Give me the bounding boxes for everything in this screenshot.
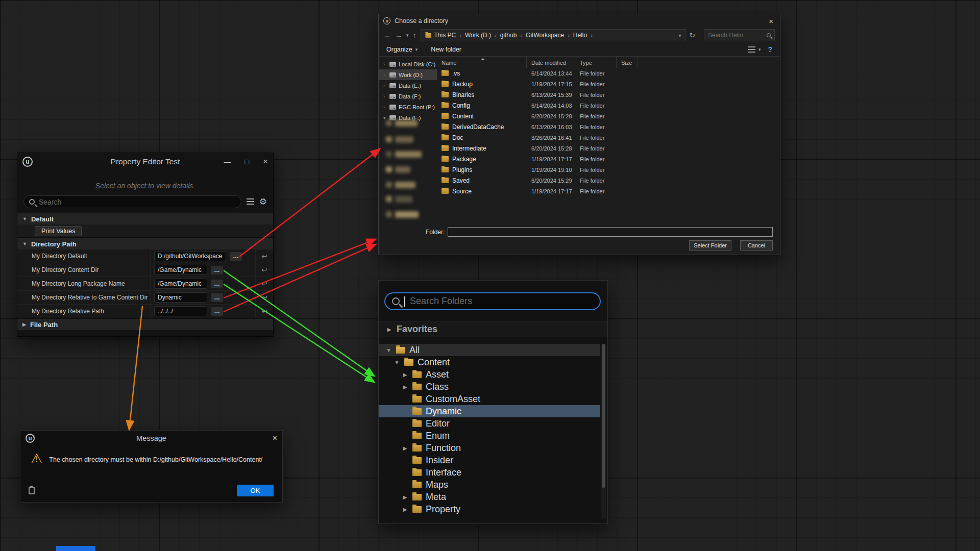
- chevron-right-icon[interactable]: ▶: [402, 384, 408, 390]
- refresh-icon[interactable]: ↻: [690, 31, 696, 39]
- maximize-button[interactable]: □: [245, 158, 249, 166]
- file-row[interactable]: Saved 6/20/2024 15:29 File folder: [437, 175, 779, 186]
- section-default[interactable]: ▼ Default: [17, 213, 273, 224]
- chevron-down-icon[interactable]: ▾: [383, 115, 387, 120]
- reset-to-default-icon[interactable]: ↩: [261, 294, 267, 301]
- tree-item-local-disk-c[interactable]: › Local Disk (C:): [379, 59, 437, 69]
- copy-to-clipboard-icon[interactable]: [29, 487, 35, 494]
- tree-item-function[interactable]: ▶ Function: [379, 442, 600, 454]
- change-view-button[interactable]: ▾: [748, 46, 761, 53]
- breadcrumb-dropdown-icon[interactable]: ▾: [679, 33, 681, 38]
- minimize-button[interactable]: —: [224, 158, 231, 166]
- tree-item-property[interactable]: ▶ Property: [379, 503, 600, 515]
- tree-item-egc-root-p[interactable]: › EGC Root (P:): [379, 102, 437, 112]
- tree-item-class[interactable]: ▶ Class: [379, 381, 600, 393]
- breadcrumb-github[interactable]: github: [498, 32, 519, 39]
- tree-item-insider[interactable]: Insider: [379, 454, 600, 466]
- folder-search-input[interactable]: [410, 296, 593, 307]
- long-package-name-input[interactable]: [154, 279, 207, 289]
- chevron-down-icon[interactable]: ▼: [385, 347, 392, 353]
- reset-to-default-icon[interactable]: ↩: [261, 266, 267, 273]
- tree-item-asset[interactable]: ▶ Asset: [379, 368, 600, 381]
- column-header-date-modified[interactable]: Date modified: [527, 57, 575, 68]
- display-options-icon[interactable]: [247, 198, 254, 205]
- tree-item-editor[interactable]: Editor: [379, 417, 600, 430]
- browse-button[interactable]: ...: [230, 252, 242, 261]
- directory-default-input[interactable]: [154, 251, 226, 261]
- column-header-type[interactable]: Type: [575, 57, 617, 68]
- section-file-path[interactable]: ▶ File Path: [17, 318, 273, 330]
- tree-item-interface[interactable]: Interface: [379, 466, 600, 479]
- folder-name-input[interactable]: [448, 227, 773, 237]
- ok-button[interactable]: OK: [237, 485, 274, 496]
- forward-icon[interactable]: →: [395, 32, 402, 39]
- breadcrumb-work-d[interactable]: Work (D:): [463, 32, 493, 39]
- chevron-right-icon[interactable]: ▶: [402, 494, 408, 500]
- select-folder-button[interactable]: Select Folder: [689, 240, 731, 251]
- message-titlebar[interactable]: u Message ×: [20, 431, 282, 446]
- tree-item-content[interactable]: ▼ Content: [379, 356, 600, 368]
- file-row[interactable]: Package 1/19/2024 17:17 File folder: [437, 154, 779, 164]
- browse-button[interactable]: ...: [211, 293, 223, 302]
- file-row[interactable]: Intermediate 6/20/2024 15:28 File folder: [437, 143, 779, 154]
- column-header-name[interactable]: Name: [437, 57, 527, 68]
- file-row[interactable]: Doc 3/26/2024 16:41 File folder: [437, 132, 779, 143]
- file-row[interactable]: Binaries 6/13/2024 15:39 File folder: [437, 89, 779, 100]
- chevron-right-icon[interactable]: ▶: [402, 445, 408, 451]
- new-folder-button[interactable]: New folder: [431, 46, 461, 53]
- back-icon[interactable]: ←: [384, 32, 391, 39]
- property-editor-titlebar[interactable]: u Property Editor Test — □ ×: [17, 153, 273, 170]
- file-row[interactable]: Source 1/19/2024 17:17 File folder: [437, 186, 779, 196]
- scrollbar[interactable]: [601, 344, 606, 519]
- column-header-size[interactable]: Size: [617, 57, 638, 68]
- breadcrumb-gitworkspace[interactable]: GitWorkspace: [524, 32, 566, 39]
- history-dropdown-icon[interactable]: ▾: [406, 33, 409, 38]
- tree-item-customasset[interactable]: CustomAsset: [379, 393, 600, 405]
- close-button[interactable]: ×: [767, 17, 775, 26]
- print-values-button[interactable]: Print Values: [35, 226, 82, 236]
- file-row[interactable]: DerivedDataCache 6/13/2024 16:03 File fo…: [437, 121, 779, 132]
- file-row[interactable]: Plugins 1/19/2024 19:10 File folder: [437, 164, 779, 175]
- relative-to-game-content-input[interactable]: [154, 292, 207, 303]
- content-dir-input[interactable]: [154, 265, 207, 275]
- chevron-right-icon[interactable]: ›: [383, 94, 387, 99]
- section-directory-path[interactable]: ▼ Directory Path: [17, 238, 273, 249]
- browse-button[interactable]: ...: [211, 307, 223, 316]
- favorites-header[interactable]: ▶ Favorites: [379, 321, 607, 337]
- chevron-right-icon[interactable]: ▶: [402, 507, 408, 512]
- reset-to-default-icon[interactable]: ↩: [261, 253, 267, 260]
- up-icon[interactable]: ↑: [413, 32, 416, 39]
- tree-item-data-f[interactable]: › Data (F:): [379, 91, 437, 102]
- chevron-down-icon[interactable]: ▼: [394, 360, 400, 365]
- reset-to-default-icon[interactable]: ↩: [261, 280, 267, 287]
- scrollbar-thumb[interactable]: [602, 344, 605, 488]
- tree-item-dynamic[interactable]: Dynamic: [379, 405, 600, 417]
- breadcrumb[interactable]: This PC › Work (D:) › github › GitWorksp…: [421, 29, 685, 41]
- reset-to-default-icon[interactable]: ↩: [261, 308, 267, 315]
- tree-item-enum[interactable]: Enum: [379, 430, 600, 442]
- gear-icon[interactable]: ⚙: [259, 197, 267, 206]
- tree-item-all[interactable]: ▼ All: [379, 344, 600, 356]
- search-input[interactable]: [39, 198, 236, 206]
- organize-button[interactable]: Organize ▾: [386, 46, 418, 53]
- chevron-right-icon[interactable]: ›: [383, 83, 387, 88]
- file-row[interactable]: .vs 6/14/2024 13:44 File folder: [437, 68, 779, 79]
- breadcrumb-hello[interactable]: Hello: [571, 32, 589, 39]
- help-icon[interactable]: ?: [768, 45, 772, 54]
- browse-button[interactable]: ...: [211, 266, 223, 274]
- file-row[interactable]: Backup 1/19/2024 17:15 File folder: [437, 79, 779, 89]
- relative-path-input[interactable]: [154, 306, 207, 316]
- breadcrumb-this-pc[interactable]: This PC: [432, 32, 458, 39]
- cancel-button[interactable]: Cancel: [740, 240, 773, 251]
- close-button[interactable]: ×: [263, 157, 268, 167]
- file-row[interactable]: Content 6/20/2024 15:28 File folder: [437, 111, 779, 121]
- dialog-titlebar[interactable]: u Choose a directory ×: [379, 14, 780, 28]
- close-button[interactable]: ×: [273, 434, 277, 443]
- browse-button[interactable]: ...: [211, 280, 223, 288]
- dialog-search-input[interactable]: [708, 32, 765, 39]
- file-row[interactable]: Config 6/14/2024 14:03 File folder: [437, 100, 779, 111]
- tree-item-data-e[interactable]: › Data (E:): [379, 80, 437, 91]
- chevron-right-icon[interactable]: ▶: [402, 372, 408, 378]
- chevron-right-icon[interactable]: ›: [383, 72, 387, 78]
- chevron-right-icon[interactable]: ›: [383, 62, 387, 67]
